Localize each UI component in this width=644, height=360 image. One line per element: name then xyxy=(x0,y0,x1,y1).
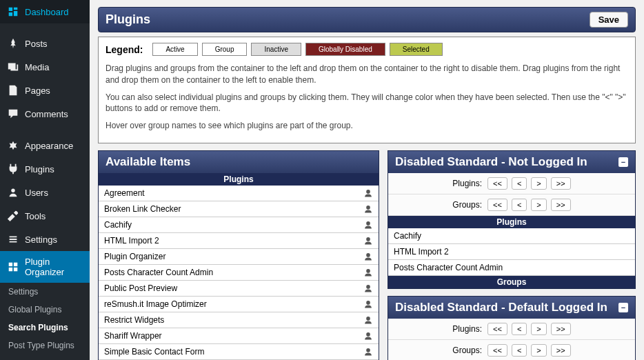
sub-item-post-type-plugins[interactable]: Post Type Plugins xyxy=(0,337,90,354)
available-item[interactable]: Shariff Wrapper xyxy=(99,328,379,344)
move-button[interactable]: > xyxy=(531,323,546,335)
collapse-icon[interactable]: − xyxy=(618,157,628,167)
user-icon xyxy=(363,188,373,198)
available-item[interactable]: Broken Link Checker xyxy=(99,201,379,217)
collapse-icon[interactable]: − xyxy=(618,303,628,312)
sidebar-item-plugin-organizer[interactable]: Plugin Organizer xyxy=(0,251,90,283)
available-item[interactable]: Agreement xyxy=(99,186,379,201)
legend-text-1: Drag plugins and groups from the contain… xyxy=(105,63,628,86)
available-header: Available Items xyxy=(99,151,379,173)
sidebar-item-pages[interactable]: Pages xyxy=(0,79,90,102)
item-label: Shariff Wrapper xyxy=(104,331,162,341)
sidebar-item-appearance[interactable]: Appearance xyxy=(0,134,90,157)
sidebar-item-posts[interactable]: Posts xyxy=(0,32,90,55)
user-icon xyxy=(363,252,373,261)
disabled-item[interactable]: Cachify xyxy=(388,228,635,244)
sidebar-item-settings[interactable]: Settings xyxy=(0,228,90,251)
legend-chip-active: Active xyxy=(152,43,197,56)
available-item[interactable]: reSmush.it Image Optimizer xyxy=(99,297,379,312)
sub-item-global-plugins[interactable]: Global Plugins xyxy=(0,301,90,319)
svg-rect-3 xyxy=(9,268,12,271)
available-item[interactable]: Cachify xyxy=(99,217,379,233)
disabled-item[interactable]: Posts Character Count Admin xyxy=(388,260,635,276)
sidebar-item-comments[interactable]: Comments xyxy=(0,102,90,126)
available-item[interactable]: Restrict Widgets xyxy=(99,312,379,328)
move-button[interactable]: > xyxy=(531,199,546,211)
move-button[interactable]: << xyxy=(487,199,507,211)
page-title: Plugins xyxy=(105,12,150,27)
disabled-sub-groups: Groups xyxy=(388,276,635,288)
user-icon xyxy=(363,299,373,309)
user-icon xyxy=(363,347,373,357)
move-button[interactable]: < xyxy=(512,344,527,357)
disabled-panel: Disabled Standard - Default Logged In−Pl… xyxy=(388,296,636,360)
move-button[interactable]: < xyxy=(512,199,527,211)
comments-icon xyxy=(7,108,19,120)
sidebar-label: Settings xyxy=(25,234,57,245)
disabled-panel-title: Disabled Standard - Default Logged In xyxy=(395,301,607,314)
sidebar-item-plugins[interactable]: Plugins xyxy=(0,157,90,181)
disabled-item[interactable]: HTML Import 2 xyxy=(388,244,635,260)
available-item[interactable]: HTML Import 2 xyxy=(99,233,379,249)
move-button[interactable]: << xyxy=(487,177,507,190)
columns: Available Items Plugins AgreementBroken … xyxy=(98,150,636,360)
pages-icon xyxy=(7,84,19,97)
move-button[interactable]: << xyxy=(487,344,507,357)
admin-sidebar: Dashboard Posts Media Pages Comments App… xyxy=(0,0,90,360)
sidebar-label: Tools xyxy=(25,211,46,221)
item-label: Agreement xyxy=(104,188,145,198)
move-button[interactable]: < xyxy=(512,323,527,335)
sidebar-item-tools[interactable]: Tools xyxy=(0,204,90,228)
svg-point-15 xyxy=(366,332,370,337)
svg-point-8 xyxy=(366,221,370,226)
disabled-sub-plugins: Plugins xyxy=(388,216,635,228)
move-button[interactable]: >> xyxy=(551,177,571,190)
controls-label: Groups: xyxy=(452,346,482,355)
legend-text-3: Hover over group names to see which plug… xyxy=(105,120,628,132)
sidebar-label: Dashboard xyxy=(25,7,69,17)
item-label: Cachify xyxy=(104,220,132,230)
sidebar-item-media[interactable]: Media xyxy=(0,55,90,79)
pin-icon xyxy=(7,37,19,50)
user-icon xyxy=(363,283,373,293)
available-item[interactable]: Posts Character Count Admin xyxy=(99,265,379,281)
available-item[interactable]: Public Post Preview xyxy=(99,281,379,297)
legend-label: Legend: xyxy=(105,44,143,55)
sidebar-item-users[interactable]: Users xyxy=(0,181,90,204)
sub-item-settings[interactable]: Settings xyxy=(0,283,90,301)
available-item[interactable]: Simple Basic Contact Form xyxy=(99,344,379,360)
col-available: Available Items Plugins AgreementBroken … xyxy=(98,150,379,360)
move-button[interactable]: < xyxy=(512,177,527,190)
available-list[interactable]: AgreementBroken Link CheckerCachifyHTML … xyxy=(99,186,379,360)
sidebar-label: Media xyxy=(25,62,49,72)
move-button[interactable]: > xyxy=(531,344,546,357)
legend-chip-inactive: Inactive xyxy=(251,43,301,56)
plugin-organizer-icon xyxy=(7,261,19,273)
sidebar-item-dashboard[interactable]: Dashboard xyxy=(0,0,90,23)
sidebar-label: Plugin Organizer xyxy=(25,257,83,277)
media-icon xyxy=(7,61,19,73)
svg-point-14 xyxy=(366,317,370,321)
sidebar-label: Appearance xyxy=(25,141,73,151)
move-button[interactable]: >> xyxy=(551,323,571,335)
available-item[interactable]: Plugin Organizer xyxy=(99,249,379,265)
available-sub-plugins: Plugins xyxy=(99,173,379,186)
available-title: Available Items xyxy=(105,155,190,169)
svg-point-12 xyxy=(366,285,370,289)
sub-item-search-plugins[interactable]: Search Plugins xyxy=(0,319,90,337)
page-header: Plugins Save xyxy=(98,7,636,32)
controls-label: Groups: xyxy=(452,200,482,210)
move-button[interactable]: >> xyxy=(551,344,571,357)
move-button[interactable]: >> xyxy=(551,199,571,211)
sub-item-group-and-order[interactable]: Group And Order Plugins xyxy=(0,354,90,360)
controls-label: Plugins: xyxy=(452,179,482,188)
controls-row: Groups:<<<>>> xyxy=(388,340,635,360)
legend-chip-group: Group xyxy=(202,43,248,56)
move-button[interactable]: << xyxy=(487,323,507,335)
tools-icon xyxy=(7,210,19,222)
save-button[interactable]: Save xyxy=(590,12,628,28)
svg-point-6 xyxy=(366,190,370,194)
appearance-icon xyxy=(7,139,19,152)
move-button[interactable]: > xyxy=(531,177,546,190)
controls-label: Plugins: xyxy=(452,324,482,334)
